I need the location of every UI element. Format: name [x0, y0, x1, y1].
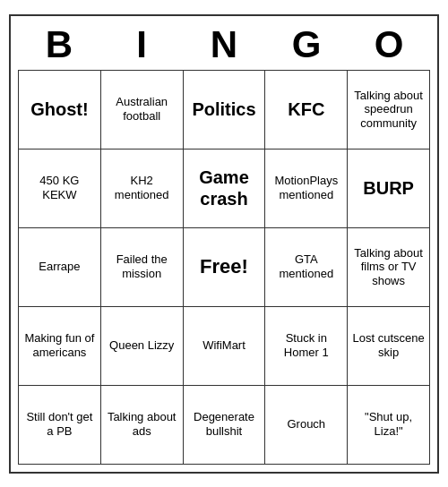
letter-b: B: [19, 23, 99, 66]
bingo-cell-18[interactable]: Stuck in Homer 1: [265, 307, 348, 386]
bingo-cell-11[interactable]: Failed the mission: [101, 228, 184, 307]
bingo-cell-3[interactable]: KFC: [265, 71, 348, 150]
bingo-cell-17[interactable]: WifiMart: [184, 307, 266, 386]
bingo-cell-20[interactable]: Still don't get a PB: [19, 386, 101, 465]
bingo-cell-13[interactable]: GTA mentioned: [265, 228, 348, 307]
letter-g: G: [266, 23, 347, 66]
bingo-cell-4[interactable]: Talking about speedrun community: [348, 71, 430, 150]
bingo-cell-22[interactable]: Degenerate bullshit: [184, 386, 266, 465]
bingo-header: B I N G O: [18, 23, 430, 66]
bingo-cell-12[interactable]: Free!: [184, 228, 266, 307]
bingo-cell-15[interactable]: Making fun of americans: [19, 307, 101, 386]
bingo-cell-24[interactable]: "Shut up, Liza!": [348, 386, 430, 465]
bingo-card: B I N G O Ghost!Australian footballPolit…: [9, 14, 439, 474]
bingo-cell-16[interactable]: Queen Lizzy: [101, 307, 184, 386]
bingo-cell-1[interactable]: Australian football: [101, 71, 184, 150]
bingo-grid: Ghost!Australian footballPoliticsKFCTalk…: [18, 70, 430, 465]
bingo-cell-6[interactable]: KH2 mentioned: [101, 150, 184, 228]
letter-n: N: [184, 23, 264, 66]
bingo-cell-23[interactable]: Grouch: [265, 386, 348, 465]
bingo-cell-0[interactable]: Ghost!: [19, 71, 101, 150]
bingo-cell-14[interactable]: Talking about films or TV shows: [348, 228, 430, 307]
bingo-cell-5[interactable]: 450 KG KEKW: [19, 150, 101, 228]
letter-o: O: [349, 23, 429, 66]
bingo-cell-21[interactable]: Talking about ads: [101, 386, 184, 465]
letter-i: I: [101, 23, 182, 66]
bingo-cell-9[interactable]: BURP: [348, 150, 430, 228]
bingo-cell-19[interactable]: Lost cutscene skip: [348, 307, 430, 386]
bingo-cell-2[interactable]: Politics: [184, 71, 266, 150]
bingo-cell-7[interactable]: Game crash: [184, 150, 266, 228]
bingo-cell-8[interactable]: MotionPlays mentioned: [265, 150, 348, 228]
bingo-cell-10[interactable]: Earrape: [19, 228, 101, 307]
